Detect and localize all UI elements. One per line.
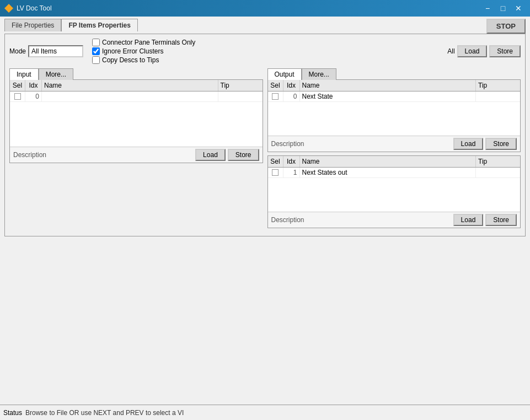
ns-row-tip xyxy=(476,91,520,101)
title-bar: LV Doc Tool − □ ✕ xyxy=(0,0,530,17)
input-load-button[interactable]: Load xyxy=(195,149,226,161)
mode-input[interactable] xyxy=(28,45,83,57)
ns-row-name: Next State xyxy=(300,91,477,101)
all-load-button[interactable]: Load xyxy=(457,45,488,57)
ignore-error-row: Ignore Error Clusters xyxy=(92,47,195,55)
input-column: Input More... Sel Idx Name Tip xyxy=(9,68,263,231)
input-col-tip: Tip xyxy=(218,80,263,91)
input-description-label: Description xyxy=(13,151,46,159)
minimize-button[interactable]: − xyxy=(480,3,495,14)
table-row: 0 xyxy=(10,91,263,102)
so-row-idx: 1 xyxy=(283,168,300,177)
input-table-footer: Description Load Store xyxy=(10,147,263,163)
next-state-table-header: Sel Idx Name Tip xyxy=(268,80,521,91)
table-row: 1 Next States out xyxy=(268,168,521,178)
tab-file-properties[interactable]: File Properties xyxy=(4,19,61,31)
next-state-table-panel: Sel Idx Name Tip 0 Next State xyxy=(267,79,521,152)
all-store-button[interactable]: Store xyxy=(489,45,521,57)
output-tabs: Output More... xyxy=(267,68,521,80)
close-button[interactable]: ✕ xyxy=(511,3,526,14)
copy-descs-checkbox[interactable] xyxy=(92,56,100,64)
connector-pane-label: Connector Pane Terminals Only xyxy=(102,39,195,46)
ns-row-checkbox[interactable] xyxy=(272,93,279,100)
status-text: Browse to File OR use NEXT and PREV to s… xyxy=(25,409,184,417)
states-out-footer: Description Load Store xyxy=(268,212,521,228)
input-table-body: 0 xyxy=(10,91,263,147)
input-row-tip xyxy=(218,91,263,101)
ns-load-button[interactable]: Load xyxy=(453,138,484,150)
so-col-name: Name xyxy=(300,156,477,167)
connector-pane-row: Connector Pane Terminals Only xyxy=(92,39,195,46)
so-row-checkbox[interactable] xyxy=(272,169,279,176)
table-row: 0 Next State xyxy=(268,91,521,102)
ns-row-idx: 0 xyxy=(283,91,300,101)
mode-group: Mode xyxy=(9,45,83,57)
columns-area: Input More... Sel Idx Name Tip xyxy=(9,68,521,231)
mode-label: Mode xyxy=(9,47,26,55)
input-row-idx: 0 xyxy=(25,91,42,101)
all-label: All xyxy=(447,47,454,55)
status-bar: Status Browse to File OR use NEXT and PR… xyxy=(0,405,530,420)
ns-description-label: Description xyxy=(271,140,304,148)
output-more-tab[interactable]: More... xyxy=(302,68,336,80)
connector-pane-checkbox[interactable] xyxy=(92,39,100,46)
window-controls: − □ ✕ xyxy=(480,3,526,14)
states-out-table-header: Sel Idx Name Tip xyxy=(268,156,521,168)
ignore-error-checkbox[interactable] xyxy=(92,47,100,55)
ns-store-button[interactable]: Store xyxy=(485,138,517,150)
input-table-header: Sel Idx Name Tip xyxy=(10,80,263,91)
all-group: All Load Store xyxy=(447,45,521,57)
input-col-sel: Sel xyxy=(10,80,25,91)
stop-button[interactable]: STOP xyxy=(486,19,526,34)
input-tab[interactable]: Input xyxy=(9,68,39,80)
panel-area: Mode Connector Pane Terminals Only Ignor… xyxy=(4,34,526,236)
input-col-name: Name xyxy=(42,80,218,91)
copy-descs-label: Copy Descs to Tips xyxy=(102,56,159,64)
main-content: File Properties FP Items Properties STOP… xyxy=(0,17,530,405)
app-icon xyxy=(4,4,13,13)
ns-col-sel: Sel xyxy=(268,80,283,91)
so-row-name: Next States out xyxy=(300,168,477,177)
so-store-button[interactable]: Store xyxy=(485,214,517,226)
so-description-label: Description xyxy=(271,216,304,224)
states-out-table-body: 1 Next States out xyxy=(268,168,521,212)
input-row-checkbox[interactable] xyxy=(14,93,21,100)
so-col-tip: Tip xyxy=(476,156,520,167)
states-out-panel: Sel Idx Name Tip 1 Next States out xyxy=(267,155,521,228)
input-row-name xyxy=(42,91,218,101)
so-col-sel: Sel xyxy=(268,156,283,167)
top-controls: Mode Connector Pane Terminals Only Ignor… xyxy=(9,39,521,64)
ignore-error-label: Ignore Error Clusters xyxy=(102,47,163,55)
input-more-tab[interactable]: More... xyxy=(39,68,73,80)
input-col-idx: Idx xyxy=(25,80,42,91)
tab-fp-items-properties[interactable]: FP Items Properties xyxy=(61,19,138,31)
next-state-panel: Sel Idx Name Tip 0 Next State xyxy=(267,79,521,152)
input-table-panel: Sel Idx Name Tip 0 Desc xyxy=(9,79,263,163)
checkboxes-group: Connector Pane Terminals Only Ignore Err… xyxy=(92,39,195,64)
maximize-button[interactable]: □ xyxy=(496,3,510,14)
so-row-tip xyxy=(476,168,520,177)
ns-col-idx: Idx xyxy=(283,80,300,91)
output-column: Output More... Sel Idx Name Tip xyxy=(267,68,521,231)
top-tabs: File Properties FP Items Properties xyxy=(4,19,486,31)
states-out-table-panel: Sel Idx Name Tip 1 Next States out xyxy=(267,155,521,228)
status-label: Status xyxy=(3,409,22,417)
copy-descs-row: Copy Descs to Tips xyxy=(92,56,195,64)
input-tabs: Input More... xyxy=(9,68,263,80)
so-load-button[interactable]: Load xyxy=(453,214,484,226)
app-title: LV Doc Tool xyxy=(17,4,52,12)
ns-col-tip: Tip xyxy=(476,80,520,91)
next-state-table-body: 0 Next State xyxy=(268,91,521,136)
ns-col-name: Name xyxy=(300,80,477,91)
next-state-footer: Description Load Store xyxy=(268,136,521,152)
so-col-idx: Idx xyxy=(283,156,300,167)
input-store-button[interactable]: Store xyxy=(228,149,259,161)
output-tab[interactable]: Output xyxy=(267,68,302,80)
